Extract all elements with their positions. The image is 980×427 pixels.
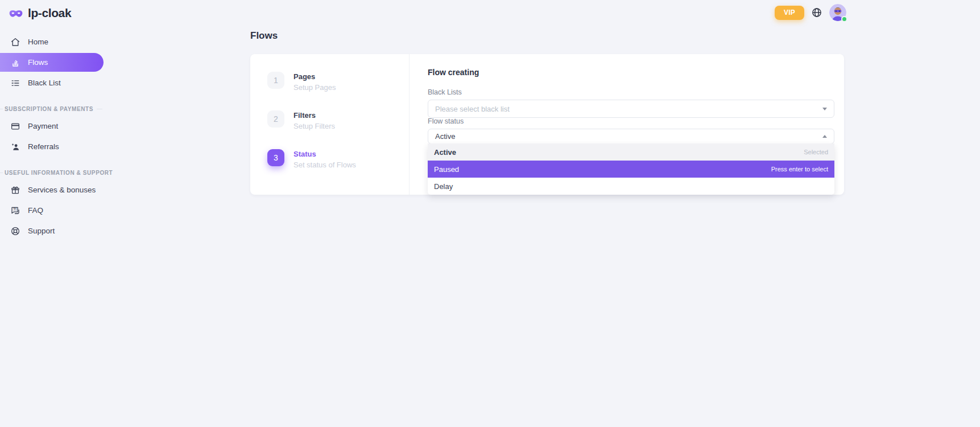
user-avatar[interactable] xyxy=(829,4,846,21)
step-title: Pages xyxy=(293,72,336,81)
gift-icon xyxy=(10,185,20,195)
mask-icon xyxy=(9,8,23,19)
black-lists-select[interactable]: Please select black list xyxy=(428,100,834,118)
sidebar-item-label: Referrals xyxy=(28,142,59,151)
step-number: 1 xyxy=(267,72,284,89)
chevron-down-icon xyxy=(822,108,827,110)
sidebar-nav: Home Flows Black List SUBSCRIPTION & PAY… xyxy=(0,32,104,240)
sidebar-item-label: Flows xyxy=(28,58,48,67)
option-active[interactable]: Active Selected xyxy=(428,143,834,161)
sidebar-item-services-bonuses[interactable]: Services & bonuses xyxy=(0,180,104,199)
step-filters[interactable]: 2 Filters Setup Filters xyxy=(267,110,409,130)
step-subtitle: Setup Filters xyxy=(293,122,335,130)
sidebar-item-label: FAQ xyxy=(28,206,43,215)
flow-status-value: Active xyxy=(435,132,455,141)
sidebar-item-referrals[interactable]: Referrals xyxy=(0,137,104,156)
sidebar-item-label: Support xyxy=(28,227,55,235)
section-title-text: USEFUL INFORMATION & SUPPORT xyxy=(5,170,113,176)
option-paused[interactable]: Paused Press enter to select xyxy=(428,161,834,178)
credit-card-icon xyxy=(10,121,20,132)
flow-status-dropdown: Active Selected Paused Press enter to se… xyxy=(428,143,834,195)
list-icon xyxy=(10,78,20,88)
sidebar-item-label: Services & bonuses xyxy=(28,186,96,194)
sidebar-item-faq[interactable]: ?! FAQ xyxy=(0,201,104,220)
sidebar-item-label: Black List xyxy=(28,79,61,87)
sidebar-item-home[interactable]: Home xyxy=(0,32,104,51)
flows-stack-icon xyxy=(10,58,20,68)
black-lists-label: Black Lists xyxy=(428,89,834,96)
sidebar-item-support[interactable]: Support xyxy=(0,221,104,240)
step-number: 3 xyxy=(267,149,284,166)
sidebar-item-black-list[interactable]: Black List xyxy=(0,73,104,92)
sidebar-section-support: USEFUL INFORMATION & SUPPORT xyxy=(0,170,104,176)
flow-status-label: Flow status xyxy=(428,118,834,125)
sidebar-item-payment[interactable]: Payment xyxy=(0,117,104,136)
referral-person-star-icon xyxy=(10,142,20,152)
section-title-text: SUBSCRIPTION & PAYMENTS xyxy=(5,106,93,112)
page-title: Flows xyxy=(250,30,278,42)
vip-button[interactable]: VIP xyxy=(775,6,804,20)
option-label: Paused xyxy=(434,165,459,174)
step-title: Status xyxy=(293,149,356,158)
step-subtitle: Setup Pages xyxy=(293,83,336,92)
app-logo[interactable]: lp-cloak xyxy=(0,0,104,20)
option-label: Delay xyxy=(434,182,453,191)
home-icon xyxy=(10,37,20,47)
sidebar-section-subscription: SUBSCRIPTION & PAYMENTS xyxy=(0,106,104,112)
sidebar-item-flows[interactable]: Flows xyxy=(0,53,104,72)
online-status-dot xyxy=(841,16,847,22)
lifebuoy-icon xyxy=(10,226,20,236)
sidebar: lp-cloak Home Flows Black List SUBSCRIPT… xyxy=(0,0,104,427)
topbar: VIP xyxy=(775,4,846,21)
step-number: 2 xyxy=(267,110,284,128)
chevron-up-icon xyxy=(822,135,827,138)
globe-icon xyxy=(811,7,822,18)
language-button[interactable] xyxy=(811,7,822,18)
step-subtitle: Set status of Flows xyxy=(293,161,356,169)
option-hint: Selected xyxy=(804,149,828,155)
option-delay[interactable]: Delay xyxy=(428,178,834,195)
black-lists-placeholder: Please select black list xyxy=(435,105,510,113)
option-hint: Press enter to select xyxy=(771,166,828,173)
sidebar-item-label: Home xyxy=(28,38,48,46)
faq-bubble-icon: ?! xyxy=(10,206,20,216)
flow-creating-card: 1 Pages Setup Pages 2 Filters Setup Filt… xyxy=(250,54,844,195)
flow-creating-form: Flow creating Black Lists Please select … xyxy=(410,54,844,195)
app-title: lp-cloak xyxy=(28,6,71,20)
svg-text:?!: ?! xyxy=(13,207,16,211)
step-title: Filters xyxy=(293,110,335,120)
form-title: Flow creating xyxy=(428,68,834,77)
flow-status-select[interactable]: Active xyxy=(428,129,834,144)
step-pages[interactable]: 1 Pages Setup Pages xyxy=(267,72,409,92)
option-label: Active xyxy=(434,148,456,157)
wizard-steps: 1 Pages Setup Pages 2 Filters Setup Filt… xyxy=(250,54,410,195)
step-status[interactable]: 3 Status Set status of Flows xyxy=(267,149,409,169)
sidebar-item-label: Payment xyxy=(28,122,58,130)
